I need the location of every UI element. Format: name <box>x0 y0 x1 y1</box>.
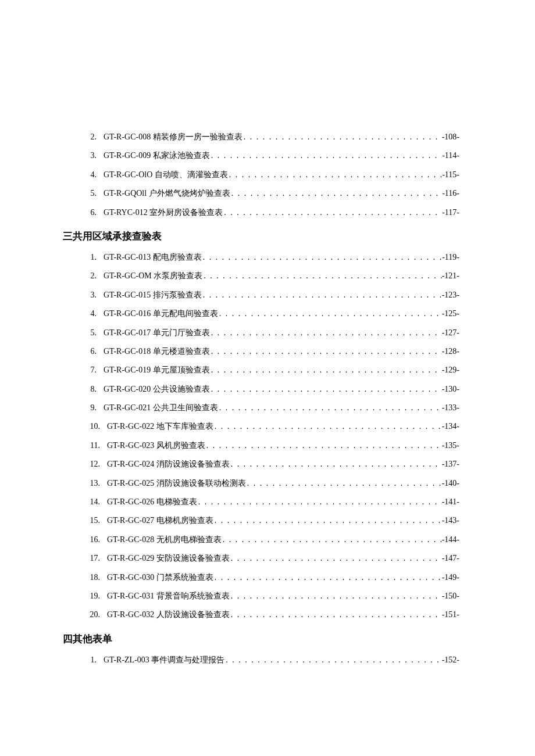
toc-dots: . . . . . . . . . . . . . . . . . . . . … <box>213 571 442 584</box>
toc-title: GT-R-GC-020 公共设施验查表 <box>104 383 210 396</box>
toc-title: GT-R-GC-024 消防设施设备验查表 <box>107 458 230 471</box>
toc-number: 18. <box>86 571 107 584</box>
toc-number: 5. <box>86 327 104 339</box>
toc-title: GT-R-ZL-003 事件调查与处理报告 <box>104 654 224 667</box>
toc-title: GT-R-GC-029 安防设施设备验查表 <box>107 552 230 565</box>
toc-number: 2. <box>86 270 104 282</box>
toc-dots: . . . . . . . . . . . . . . . . . . . . … <box>210 345 442 358</box>
toc-title: GT-R-GC-023 风机房验查表 <box>107 439 205 452</box>
toc-entry: 20. GT-R-GC-032 人防设施设备验查表 . . . . . . . … <box>63 608 459 621</box>
toc-page: -115- <box>442 169 459 181</box>
toc-dots: . . . . . . . . . . . . . . . . . . . . … <box>213 514 442 527</box>
toc-page: -149- <box>442 571 459 584</box>
toc-title: GT-R-GQOll 户外燃气烧烤炉验查表 <box>104 187 230 200</box>
section-heading-3: 三共用区域承接查验表 <box>63 230 459 243</box>
toc-page: -135- <box>442 439 459 452</box>
toc-number: 8. <box>86 383 104 396</box>
toc-number: 20. <box>86 608 107 621</box>
toc-dots: . . . . . . . . . . . . . . . . . . . . … <box>230 552 442 565</box>
toc-entry: 11. GT-R-GC-023 风机房验查表 . . . . . . . . .… <box>63 439 459 452</box>
toc-title: GT-R-GC-026 电梯验查表 <box>107 496 197 508</box>
toc-entry: 2. GT-R-GC-008 精装修房一房一验验查表 . . . . . . .… <box>63 131 459 144</box>
toc-entry: 3. GT-R-GC-015 排污泵验查表 . . . . . . . . . … <box>63 289 459 302</box>
section-heading-4: 四其他表单 <box>63 632 459 646</box>
toc-entry: 4. GT-R-GC-OlO 自动喷、滴灌验查表 . . . . . . . .… <box>63 169 459 181</box>
toc-title: GT-R-GC-009 私家泳池验查表 <box>104 149 210 162</box>
toc-page: -128- <box>442 345 459 358</box>
toc-page: -144- <box>442 533 459 546</box>
toc-entry: 15. GT-R-GC-027 电梯机房验查表 . . . . . . . . … <box>63 514 459 527</box>
toc-number: 4. <box>86 307 104 320</box>
toc-group-1: 2. GT-R-GC-008 精装修房一房一验验查表 . . . . . . .… <box>63 131 459 219</box>
toc-dots: . . . . . . . . . . . . . . . . . . . . … <box>202 251 443 264</box>
toc-group-3: 1. GT-R-ZL-003 事件调查与处理报告 . . . . . . . .… <box>63 654 459 667</box>
toc-page: -133- <box>442 402 459 414</box>
toc-page: -121- <box>442 270 459 282</box>
toc-number: 15. <box>86 514 107 527</box>
toc-page: -114- <box>442 149 459 162</box>
toc-number: 17. <box>86 552 107 565</box>
toc-number: 10. <box>86 420 107 433</box>
toc-dots: . . . . . . . . . . . . . . . . . . . . … <box>210 383 442 396</box>
toc-number: 1. <box>86 654 104 667</box>
toc-dots: . . . . . . . . . . . . . . . . . . . . … <box>230 458 442 471</box>
toc-dots: . . . . . . . . . . . . . . . . . . . . … <box>210 149 443 162</box>
toc-entry: 12. GT-R-GC-024 消防设施设备验查表 . . . . . . . … <box>63 458 459 471</box>
toc-entry: 4. GT-R-GC-016 单元配电间验查表 . . . . . . . . … <box>63 307 459 320</box>
toc-title: GT-R-GC-027 电梯机房验查表 <box>107 514 213 527</box>
toc-page: -141- <box>442 496 459 508</box>
toc-page: -123- <box>442 289 459 302</box>
toc-title: GT-R-GC-031 背景音响系统验查表 <box>107 590 230 603</box>
toc-entry: 7. GT-R-GC-019 单元屋顶验查表 . . . . . . . . .… <box>63 364 459 377</box>
toc-dots: . . . . . . . . . . . . . . . . . . . . … <box>246 477 442 490</box>
toc-number: 19. <box>86 590 107 603</box>
toc-number: 2. <box>86 131 104 144</box>
toc-number: 14. <box>86 496 107 508</box>
toc-dots: . . . . . . . . . . . . . . . . . . . . … <box>223 206 442 219</box>
toc-number: 3. <box>86 289 104 302</box>
toc-number: 12. <box>86 458 107 471</box>
toc-dots: . . . . . . . . . . . . . . . . . . . . … <box>210 327 442 339</box>
toc-title: GT-R-GC-008 精装修房一房一验验查表 <box>104 131 242 144</box>
toc-page: -108- <box>442 131 459 144</box>
toc-page: -140- <box>442 477 459 490</box>
toc-page: -130- <box>442 383 459 396</box>
toc-page: -116- <box>442 187 459 200</box>
toc-dots: . . . . . . . . . . . . . . . . . . . . … <box>230 608 442 621</box>
toc-page: -134- <box>442 420 459 433</box>
toc-entry: 16. GT-R-GC-028 无机房电梯验查表 . . . . . . . .… <box>63 533 459 546</box>
toc-title: GT-R-GC-028 无机房电梯验查表 <box>107 533 222 546</box>
toc-title: GT-R-GC-021 公共卫生间验查表 <box>104 402 218 414</box>
toc-title: GT-R-GC-032 人防设施设备验查表 <box>107 608 230 621</box>
toc-entry: 10. GT-R-GC-022 地下车库验查表 . . . . . . . . … <box>63 420 459 433</box>
toc-number: 5. <box>86 187 104 200</box>
toc-dots: . . . . . . . . . . . . . . . . . . . . … <box>218 402 442 414</box>
toc-title: GT-R-GC-017 单元门厅验查表 <box>104 327 210 339</box>
toc-number: 7. <box>86 364 104 377</box>
toc-dots: . . . . . . . . . . . . . . . . . . . . … <box>210 364 442 377</box>
toc-entry: 1. GT-R-ZL-003 事件调查与处理报告 . . . . . . . .… <box>63 654 459 667</box>
toc-page: -152- <box>442 654 459 667</box>
toc-dots: . . . . . . . . . . . . . . . . . . . . … <box>218 307 442 320</box>
toc-entry: 13. GT-R-GC-025 消防设施设备联动检测表 . . . . . . … <box>63 477 459 490</box>
toc-title: GT-R-GC-015 排污泵验查表 <box>104 289 202 302</box>
toc-dots: . . . . . . . . . . . . . . . . . . . . … <box>230 590 442 603</box>
toc-dots: . . . . . . . . . . . . . . . . . . . . … <box>202 270 441 282</box>
toc-title: GT-R-GC-019 单元屋顶验查表 <box>104 364 210 377</box>
toc-dots: . . . . . . . . . . . . . . . . . . . . … <box>202 289 442 302</box>
toc-page: -151- <box>442 608 459 621</box>
toc-page: -117- <box>442 206 459 219</box>
toc-title: GT-R-GC-013 配电房验查表 <box>104 251 202 264</box>
toc-page: -143- <box>442 514 459 527</box>
toc-dots: . . . . . . . . . . . . . . . . . . . . … <box>222 533 442 546</box>
toc-dots: . . . . . . . . . . . . . . . . . . . . … <box>228 169 442 181</box>
toc-page: -127- <box>442 327 459 339</box>
toc-entry: 18. GT-R-GC-030 门禁系统验查表 . . . . . . . . … <box>63 571 459 584</box>
toc-title: GT-R-GC-018 单元楼道验查表 <box>104 345 210 358</box>
toc-title: GT-R-GC-OlO 自动喷、滴灌验查表 <box>104 169 228 181</box>
toc-number: 6. <box>86 345 104 358</box>
toc-dots: . . . . . . . . . . . . . . . . . . . . … <box>224 654 441 667</box>
toc-number: 4. <box>86 169 104 181</box>
toc-dots: . . . . . . . . . . . . . . . . . . . . … <box>205 439 442 452</box>
toc-number: 13. <box>86 477 107 490</box>
